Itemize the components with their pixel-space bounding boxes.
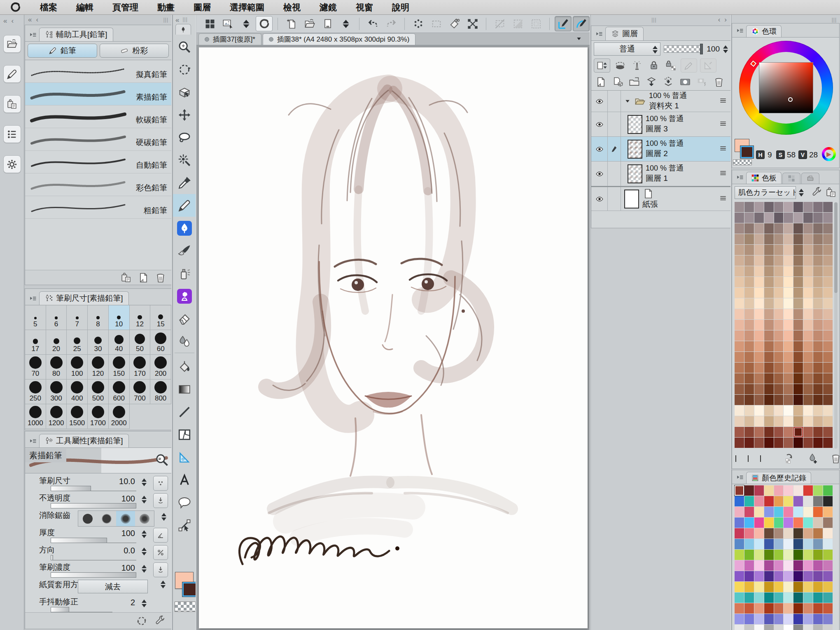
brush-size-300[interactable]: 300 <box>46 379 67 404</box>
history-swatch[interactable] <box>823 528 833 539</box>
apply-mask-button[interactable] <box>695 75 709 89</box>
color-swatch[interactable] <box>764 255 774 266</box>
toolbar-spinner[interactable] <box>238 16 254 31</box>
history-swatch[interactable] <box>764 614 774 624</box>
color-swatch[interactable] <box>754 245 764 255</box>
color-swatch[interactable] <box>735 223 744 234</box>
color-swatch[interactable] <box>764 416 774 426</box>
property-slider[interactable] <box>51 538 136 543</box>
color-swatch[interactable] <box>764 352 774 362</box>
reset-tool-icon[interactable] <box>136 615 147 627</box>
color-swatch[interactable] <box>793 416 803 426</box>
color-swatch[interactable] <box>735 352 744 362</box>
sv-marker[interactable] <box>788 97 793 102</box>
color-swatch[interactable] <box>784 202 793 212</box>
color-swatch[interactable] <box>744 234 754 244</box>
color-swatch[interactable] <box>735 309 744 319</box>
history-swatch[interactable] <box>784 518 793 528</box>
history-swatch[interactable] <box>764 518 774 528</box>
draft-layer-button[interactable] <box>681 59 697 73</box>
brush-size-50[interactable]: 50 <box>130 330 151 355</box>
color-swatch[interactable] <box>744 416 754 426</box>
color-swatch[interactable] <box>764 202 774 212</box>
value-spinner[interactable] <box>142 478 147 486</box>
color-swatch[interactable] <box>764 438 774 448</box>
history-swatch[interactable] <box>803 528 813 539</box>
color-swatch[interactable] <box>803 384 813 394</box>
color-wheel-mode-button[interactable]: ▶ <box>822 147 836 161</box>
color-swatch[interactable] <box>813 427 823 437</box>
canvas-tab-1[interactable]: 插圖38* (A4 2480 x 3508px 300dpi 90.3%) <box>263 33 415 45</box>
color-swatch[interactable] <box>754 320 764 330</box>
touch-gesture-button[interactable] <box>219 16 236 31</box>
color-swatch[interactable] <box>784 330 793 341</box>
menu-item-7[interactable]: 濾鏡 <box>320 2 337 13</box>
color-swatch[interactable] <box>823 427 833 437</box>
color-swatch[interactable] <box>744 363 754 373</box>
color-swatch[interactable] <box>803 405 813 416</box>
history-swatch[interactable] <box>764 507 774 517</box>
color-swatch[interactable] <box>813 266 823 276</box>
color-swatch[interactable] <box>754 266 764 276</box>
color-swatch[interactable] <box>793 352 803 362</box>
tri-down-icon[interactable] <box>624 98 631 105</box>
color-swatch[interactable] <box>774 320 784 330</box>
eye-icon[interactable] <box>595 145 604 153</box>
history-swatch[interactable] <box>793 496 803 506</box>
color-swatch[interactable] <box>744 202 754 212</box>
layer-menu-button[interactable] <box>719 194 727 204</box>
history-swatch[interactable] <box>813 518 823 528</box>
clip-to-layer-button[interactable] <box>613 59 627 73</box>
selection-border-button[interactable] <box>527 16 544 31</box>
history-swatch[interactable] <box>813 603 823 614</box>
color-swatch[interactable] <box>803 352 813 362</box>
layer-thumbnail[interactable] <box>628 140 642 159</box>
history-swatch[interactable] <box>754 539 764 549</box>
list-shortcut-button[interactable] <box>3 125 21 143</box>
color-swatch[interactable] <box>744 352 754 362</box>
color-swatch[interactable] <box>754 288 764 298</box>
history-swatch[interactable] <box>744 528 754 539</box>
history-swatch[interactable] <box>774 593 784 603</box>
brush-detail-settings-icon[interactable] <box>155 453 169 467</box>
color-swatch[interactable] <box>793 438 803 448</box>
color-swatch[interactable] <box>803 223 813 234</box>
eraser-tool[interactable] <box>173 307 196 330</box>
color-swatch[interactable] <box>744 298 754 309</box>
history-swatch[interactable] <box>744 485 754 496</box>
history-swatch[interactable] <box>744 625 754 630</box>
pencil-tool[interactable] <box>173 194 196 217</box>
color-swatch[interactable] <box>764 309 774 319</box>
history-swatch[interactable] <box>813 485 823 496</box>
history-swatch[interactable] <box>823 571 833 581</box>
delete-layer-button[interactable] <box>712 75 726 89</box>
color-swatch[interactable] <box>754 384 764 394</box>
color-swatch[interactable] <box>823 416 833 426</box>
history-swatch[interactable] <box>774 582 784 592</box>
layer-visibility-toggle[interactable] <box>591 162 608 186</box>
color-swatch[interactable] <box>754 438 764 448</box>
brush-size-400[interactable]: 400 <box>67 379 88 404</box>
color-swatch[interactable] <box>774 245 784 255</box>
brush-item-2[interactable]: 軟碳鉛筆 <box>25 105 171 128</box>
brush-size-panel-tab[interactable]: 筆刷尺寸[素描鉛筆] <box>39 291 129 305</box>
color-swatch[interactable] <box>754 373 764 384</box>
layer-menu-button[interactable] <box>719 119 727 129</box>
color-history-panel-tab[interactable]: 顏色歷史記錄 <box>746 472 811 484</box>
color-swatch[interactable] <box>823 309 833 319</box>
color-swatch[interactable] <box>823 352 833 362</box>
color-swatch[interactable] <box>735 341 744 351</box>
brush-size-800[interactable]: 800 <box>150 379 171 404</box>
brush-size-700[interactable]: 700 <box>130 379 151 404</box>
history-swatch[interactable] <box>793 571 803 581</box>
history-swatch[interactable] <box>774 614 784 624</box>
color-swatch[interactable] <box>813 352 823 362</box>
history-swatch[interactable] <box>774 603 784 614</box>
color-swatch[interactable] <box>735 438 744 448</box>
color-swatch[interactable] <box>784 438 793 448</box>
page-spinner[interactable] <box>337 16 354 31</box>
history-swatch[interactable] <box>813 560 823 571</box>
history-swatch[interactable] <box>813 614 823 624</box>
color-swatch[interactable] <box>813 288 823 298</box>
color-swatch[interactable] <box>813 298 823 309</box>
